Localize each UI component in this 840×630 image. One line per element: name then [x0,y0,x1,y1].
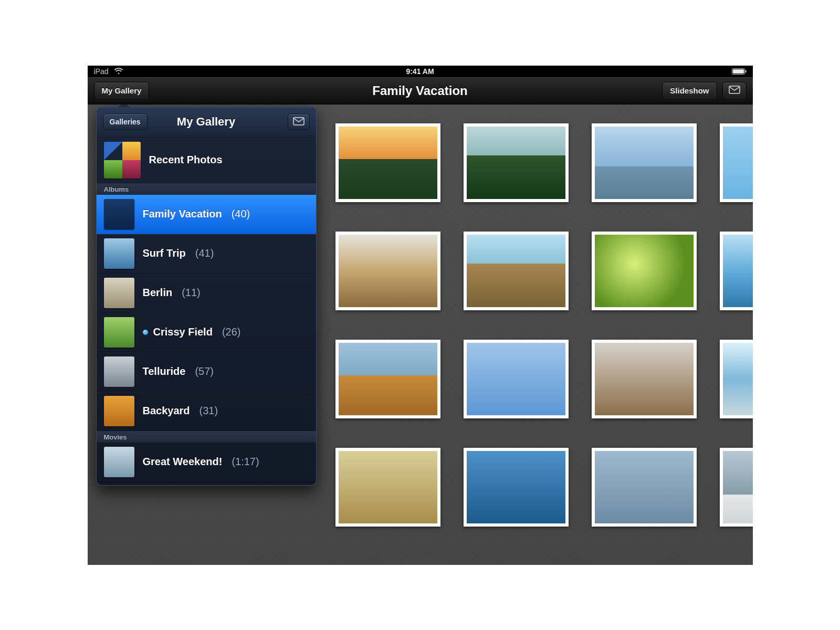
svg-rect-2 [745,70,746,72]
album-count: (57) [195,365,214,377]
unread-dot-icon [143,330,148,335]
album-name: Family Vacation [143,208,222,220]
album-name: Crissy Field [153,326,213,338]
album-count: (31) [200,405,218,417]
photo-thumbnail[interactable] [592,123,697,202]
section-header-albums: Albums [97,183,316,195]
slideshow-button[interactable]: Slideshow [662,82,717,100]
album-name: Berlin [143,287,173,299]
album-row-backyard[interactable]: Backyard (31) [97,392,316,431]
album-row-telluride[interactable]: Telluride (57) [97,352,316,392]
photo-thumbnail[interactable] [464,448,569,527]
album-thumb [104,317,134,348]
album-name: Backyard [143,405,190,417]
svg-rect-4 [293,118,304,125]
galleries-back-label: Galleries [110,118,141,126]
album-row-crissy-field[interactable]: Crissy Field (26) [97,313,316,352]
svg-rect-1 [733,69,744,74]
album-thumb [104,356,134,387]
album-thumb [104,278,134,308]
album-name: Surf Trip [143,247,186,259]
album-count: (41) [195,247,214,259]
recent-photos-icon [104,142,141,178]
section-header-movies: Movies [97,431,316,443]
content-area: Galleries My Gallery Recent Photos Album… [88,104,753,565]
mail-icon [293,117,304,127]
album-count: (26) [222,326,241,338]
photo-thumbnail[interactable] [592,232,697,310]
popover-mail-button[interactable] [288,113,310,130]
back-button-label: My Gallery [102,86,142,95]
album-thumb [104,199,134,229]
photo-grid [335,123,753,527]
status-bar: iPad 9:41 AM [88,66,753,77]
photo-thumbnail[interactable] [464,232,569,310]
status-time: 9:41 AM [88,67,753,76]
popover-header: Galleries My Gallery [97,107,316,138]
battery-icon [732,68,747,75]
photo-thumbnail[interactable] [720,340,753,418]
mail-icon [729,86,740,96]
album-thumb [104,396,134,426]
galleries-back-button[interactable]: Galleries [103,113,148,130]
recent-photos-row[interactable]: Recent Photos [97,138,316,183]
popover-body: Recent Photos Albums Family Vacation (40… [97,138,316,485]
back-button[interactable]: My Gallery [94,82,150,100]
album-row-surf-trip[interactable]: Surf Trip (41) [97,234,316,274]
recent-photos-label: Recent Photos [149,154,223,166]
album-name: Telluride [143,365,186,377]
share-mail-button[interactable] [722,82,747,100]
photo-thumbnail[interactable] [720,448,753,527]
photo-thumbnail[interactable] [335,232,440,310]
photo-thumbnail[interactable] [592,448,697,527]
movie-thumb [104,447,134,477]
device-label: iPad [94,67,109,76]
movie-duration: (1:17) [232,456,259,468]
photo-thumbnail[interactable] [464,123,569,202]
album-count: (11) [182,287,201,299]
gallery-popover: Galleries My Gallery Recent Photos Album… [96,107,317,486]
photo-thumbnail[interactable] [335,340,440,418]
album-row-family-vacation[interactable]: Family Vacation (40) [97,195,316,234]
album-thumb [104,238,134,269]
app-screenshot: iPad 9:41 AM My Gallery Family Vacation [88,66,753,565]
svg-rect-3 [729,86,740,93]
app-navbar: My Gallery Family Vacation Slideshow [88,77,753,104]
photo-thumbnail[interactable] [335,123,440,202]
album-row-berlin[interactable]: Berlin (11) [97,274,316,313]
wifi-icon [114,68,123,75]
album-count: (40) [232,208,250,220]
photo-thumbnail[interactable] [720,123,753,202]
page-title: Family Vacation [88,83,753,98]
slideshow-button-label: Slideshow [670,86,709,95]
photo-thumbnail[interactable] [335,448,440,527]
photo-thumbnail[interactable] [464,340,569,418]
photo-thumbnail[interactable] [720,232,753,310]
movie-row-great-weekend[interactable]: Great Weekend! (1:17) [97,443,316,482]
movie-name: Great Weekend! [143,456,223,468]
photo-thumbnail[interactable] [592,340,697,418]
